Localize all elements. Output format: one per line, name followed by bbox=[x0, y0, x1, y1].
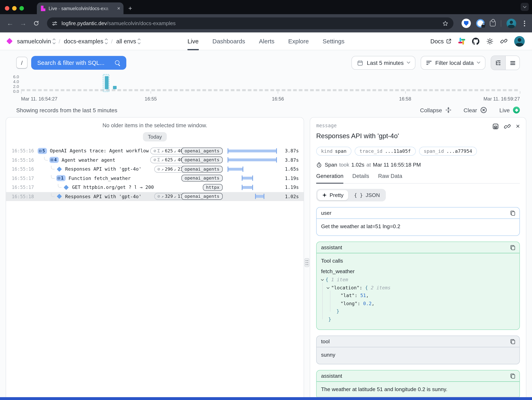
tab-details[interactable]: Details bbox=[352, 173, 369, 184]
breadcrumb-project[interactable]: docs-examples bbox=[64, 38, 107, 44]
breadcrumb-env[interactable]: all envs bbox=[116, 38, 140, 44]
user-avatar[interactable] bbox=[514, 36, 525, 46]
table-row[interactable]: 16:55:17 GET httpbin.org/get ? lat='51.0… bbox=[6, 183, 304, 192]
today-badge[interactable]: Today bbox=[143, 132, 167, 142]
list-view-button[interactable] bbox=[505, 56, 519, 70]
docs-link[interactable]: Docs bbox=[430, 38, 451, 44]
back-button[interactable]: ← bbox=[5, 19, 15, 27]
tab-close-icon[interactable]: × bbox=[117, 6, 120, 11]
fullscreen-window-button[interactable] bbox=[19, 6, 24, 11]
collapse-badge[interactable]: ⊟4 bbox=[49, 157, 59, 163]
tag-pill[interactable]: openai_agents bbox=[181, 175, 223, 182]
chart-bar[interactable] bbox=[105, 76, 108, 89]
tag-pill[interactable]: openai_agents bbox=[181, 193, 223, 200]
extensions-puzzle-icon[interactable] bbox=[490, 20, 495, 26]
live-toggle[interactable]: Live bbox=[499, 107, 520, 113]
slack-icon[interactable] bbox=[458, 38, 465, 45]
copy-icon[interactable] bbox=[511, 211, 515, 215]
url-bar[interactable]: logfire.pydantic.dev/samuelcolvin/docs-e… bbox=[47, 17, 453, 29]
live-label: Live bbox=[499, 107, 510, 113]
span-diamond-icon bbox=[63, 185, 69, 190]
tab-raw-data[interactable]: Raw Data bbox=[378, 173, 402, 184]
child-count: 1 bbox=[61, 176, 63, 181]
table-row[interactable]: 16:55:16 ⊟4 Agent weather agent ⊘Σ↗625↙4… bbox=[6, 155, 304, 165]
table-row-selected[interactable]: 16:55:18 Responses API with 'gpt-4o' ⊘↗3… bbox=[6, 192, 304, 201]
tab-live[interactable]: Live bbox=[187, 32, 199, 50]
tab-explore[interactable]: Explore bbox=[288, 32, 309, 50]
tokens-icon: ⊘ bbox=[158, 167, 160, 172]
browser-tab[interactable]: Live · samuelcolvin/docs-exa × bbox=[37, 2, 123, 14]
clear-button[interactable]: Clear bbox=[464, 107, 487, 113]
trace-id-pill[interactable]: trace_id...11a05f bbox=[355, 147, 416, 156]
chart-plot-area[interactable] bbox=[21, 74, 520, 93]
minimize-window-button[interactable] bbox=[12, 6, 17, 11]
copy-icon[interactable] bbox=[511, 374, 515, 378]
tab-generation[interactable]: Generation bbox=[316, 173, 343, 184]
github-icon[interactable] bbox=[472, 38, 479, 45]
reload-button[interactable] bbox=[31, 20, 41, 26]
site-settings-icon[interactable] bbox=[52, 20, 57, 26]
tokens-out-arrow-icon: ↙ bbox=[174, 167, 176, 171]
duration-bar-track bbox=[228, 148, 277, 154]
collapse-badge[interactable]: ⊟1 bbox=[56, 175, 66, 181]
new-tab-button[interactable]: + bbox=[128, 5, 132, 12]
close-panel-icon[interactable]: × bbox=[516, 123, 520, 130]
table-row[interactable]: 16:55:16 ⊟5 OpenAI Agents trace: Agent w… bbox=[6, 146, 304, 155]
tag-pill[interactable]: httpx bbox=[203, 184, 223, 191]
forward-button[interactable]: → bbox=[18, 19, 28, 27]
breadcrumb-org[interactable]: samuelcolvin bbox=[17, 38, 55, 44]
tab-search-button[interactable] bbox=[521, 3, 529, 11]
tag-pill[interactable]: openai_agents bbox=[181, 148, 223, 155]
table-row[interactable]: 16:55:16 Responses API with 'gpt-4o' ⊘↗2… bbox=[6, 165, 304, 174]
tokens-icon: ⊘ bbox=[153, 157, 156, 163]
archive-panel-icon[interactable] bbox=[492, 123, 499, 129]
filter-icon bbox=[426, 61, 432, 65]
expand-chevron-icon[interactable] bbox=[321, 278, 324, 281]
tab-alerts[interactable]: Alerts bbox=[259, 32, 274, 50]
app-nav-bar: samuelcolvin / docs-examples / all envs … bbox=[0, 32, 532, 50]
chart-bar[interactable] bbox=[113, 86, 116, 89]
tree-view-button[interactable] bbox=[491, 56, 505, 70]
search-button[interactable]: Search & filter with SQL... bbox=[31, 56, 126, 70]
tag-pill[interactable]: openai_agents bbox=[181, 157, 223, 163]
resize-grip-handle[interactable] bbox=[304, 258, 309, 267]
tree-view-icon bbox=[495, 60, 501, 66]
password-extension-icon[interactable] bbox=[476, 19, 485, 28]
select-chevrons-icon bbox=[105, 39, 107, 44]
close-window-button[interactable] bbox=[5, 6, 9, 11]
json-toggle-button[interactable]: { }JSON bbox=[349, 190, 385, 200]
role-label: assistant bbox=[321, 244, 511, 251]
url-text[interactable]: logfire.pydantic.dev/samuelcolvin/docs-e… bbox=[62, 20, 439, 26]
copy-link-icon[interactable] bbox=[504, 123, 511, 129]
tab-dashboards[interactable]: Dashboards bbox=[212, 32, 245, 50]
collapse-button[interactable]: Collapse bbox=[420, 107, 451, 113]
pretty-toggle-button[interactable]: Pretty bbox=[317, 190, 348, 200]
filters-row: / Search & filter with SQL... Last 5 min… bbox=[16, 56, 520, 70]
share-link-icon[interactable] bbox=[500, 38, 507, 45]
collapse-badge[interactable]: ⊟5 bbox=[38, 148, 47, 154]
theme-sun-icon[interactable] bbox=[486, 38, 494, 45]
sum-icon: Σ bbox=[158, 157, 160, 163]
copy-icon[interactable] bbox=[511, 339, 515, 344]
table-row[interactable]: 16:55:17 ⊟1 Function fetch_weather opena… bbox=[6, 174, 304, 183]
filter-local-data-select[interactable]: Filter local data bbox=[421, 56, 485, 70]
copy-icon[interactable] bbox=[511, 245, 515, 250]
tab-settings[interactable]: Settings bbox=[323, 32, 344, 50]
indent-guide bbox=[322, 283, 323, 319]
logfire-logo-icon[interactable] bbox=[6, 38, 13, 44]
role-label: tool bbox=[321, 338, 511, 344]
bitwarden-extension-icon[interactable] bbox=[462, 19, 471, 28]
span-id-pill[interactable]: span_id...a77954 bbox=[419, 147, 477, 156]
browser-menu-icon[interactable] bbox=[521, 20, 527, 26]
browser-profile-avatar[interactable] bbox=[507, 19, 516, 28]
expand-chevron-icon[interactable] bbox=[327, 286, 329, 289]
bookmark-star-icon[interactable] bbox=[442, 20, 449, 26]
kind-pill[interactable]: kindspan bbox=[316, 147, 351, 156]
records-timeline-chart[interactable]: 6.0 4.0 2.0 0.0 Mar 11. 16:54:27 16:55 1… bbox=[9, 74, 520, 103]
time-range-select[interactable]: Last 5 minutes bbox=[351, 56, 415, 70]
main-content: No older items in the selected time wind… bbox=[6, 117, 526, 400]
span-duration-line: Span took 1.02s at Mar 11 16:55:18 PM bbox=[316, 162, 520, 168]
breadcrumb: samuelcolvin / docs-examples / all envs bbox=[7, 38, 187, 44]
y-tick: 0.0 bbox=[13, 89, 19, 94]
tag-pill[interactable]: openai_agents bbox=[181, 166, 223, 173]
